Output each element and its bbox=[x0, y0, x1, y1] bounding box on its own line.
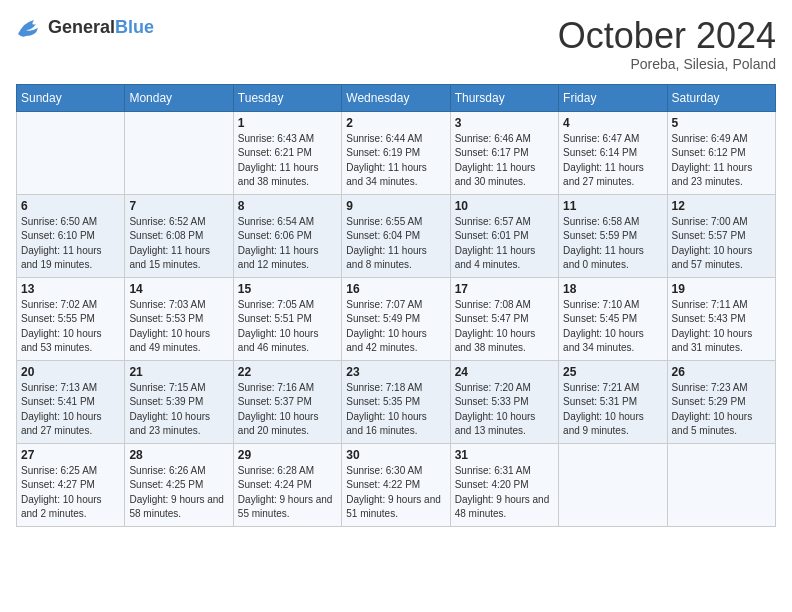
day-info: Sunrise: 7:15 AM Sunset: 5:39 PM Dayligh… bbox=[129, 381, 228, 439]
day-info: Sunrise: 7:02 AM Sunset: 5:55 PM Dayligh… bbox=[21, 298, 120, 356]
day-number: 2 bbox=[346, 116, 445, 130]
calendar-cell bbox=[667, 443, 775, 526]
day-number: 20 bbox=[21, 365, 120, 379]
day-info: Sunrise: 7:23 AM Sunset: 5:29 PM Dayligh… bbox=[672, 381, 771, 439]
day-info: Sunrise: 7:10 AM Sunset: 5:45 PM Dayligh… bbox=[563, 298, 662, 356]
day-number: 9 bbox=[346, 199, 445, 213]
calendar-cell: 15Sunrise: 7:05 AM Sunset: 5:51 PM Dayli… bbox=[233, 277, 341, 360]
calendar-week-row: 20Sunrise: 7:13 AM Sunset: 5:41 PM Dayli… bbox=[17, 360, 776, 443]
day-info: Sunrise: 6:43 AM Sunset: 6:21 PM Dayligh… bbox=[238, 132, 337, 190]
day-info: Sunrise: 6:26 AM Sunset: 4:25 PM Dayligh… bbox=[129, 464, 228, 522]
day-number: 13 bbox=[21, 282, 120, 296]
day-info: Sunrise: 7:13 AM Sunset: 5:41 PM Dayligh… bbox=[21, 381, 120, 439]
calendar-header: SundayMondayTuesdayWednesdayThursdayFrid… bbox=[17, 84, 776, 111]
day-number: 18 bbox=[563, 282, 662, 296]
calendar-cell: 10Sunrise: 6:57 AM Sunset: 6:01 PM Dayli… bbox=[450, 194, 558, 277]
day-of-week-header: Thursday bbox=[450, 84, 558, 111]
calendar-cell: 22Sunrise: 7:16 AM Sunset: 5:37 PM Dayli… bbox=[233, 360, 341, 443]
calendar-cell: 16Sunrise: 7:07 AM Sunset: 5:49 PM Dayli… bbox=[342, 277, 450, 360]
calendar-cell: 25Sunrise: 7:21 AM Sunset: 5:31 PM Dayli… bbox=[559, 360, 667, 443]
day-number: 23 bbox=[346, 365, 445, 379]
day-of-week-header: Tuesday bbox=[233, 84, 341, 111]
logo-text-general: General bbox=[48, 17, 115, 37]
days-of-week-row: SundayMondayTuesdayWednesdayThursdayFrid… bbox=[17, 84, 776, 111]
day-info: Sunrise: 6:25 AM Sunset: 4:27 PM Dayligh… bbox=[21, 464, 120, 522]
calendar-cell: 9Sunrise: 6:55 AM Sunset: 6:04 PM Daylig… bbox=[342, 194, 450, 277]
day-info: Sunrise: 6:55 AM Sunset: 6:04 PM Dayligh… bbox=[346, 215, 445, 273]
day-info: Sunrise: 6:28 AM Sunset: 4:24 PM Dayligh… bbox=[238, 464, 337, 522]
calendar-body: 1Sunrise: 6:43 AM Sunset: 6:21 PM Daylig… bbox=[17, 111, 776, 526]
calendar-week-row: 6Sunrise: 6:50 AM Sunset: 6:10 PM Daylig… bbox=[17, 194, 776, 277]
calendar-cell: 28Sunrise: 6:26 AM Sunset: 4:25 PM Dayli… bbox=[125, 443, 233, 526]
day-number: 19 bbox=[672, 282, 771, 296]
day-info: Sunrise: 6:47 AM Sunset: 6:14 PM Dayligh… bbox=[563, 132, 662, 190]
day-info: Sunrise: 7:16 AM Sunset: 5:37 PM Dayligh… bbox=[238, 381, 337, 439]
day-number: 15 bbox=[238, 282, 337, 296]
day-info: Sunrise: 7:03 AM Sunset: 5:53 PM Dayligh… bbox=[129, 298, 228, 356]
day-info: Sunrise: 6:54 AM Sunset: 6:06 PM Dayligh… bbox=[238, 215, 337, 273]
calendar-cell bbox=[17, 111, 125, 194]
day-number: 21 bbox=[129, 365, 228, 379]
day-number: 29 bbox=[238, 448, 337, 462]
day-info: Sunrise: 7:11 AM Sunset: 5:43 PM Dayligh… bbox=[672, 298, 771, 356]
day-number: 4 bbox=[563, 116, 662, 130]
day-info: Sunrise: 6:46 AM Sunset: 6:17 PM Dayligh… bbox=[455, 132, 554, 190]
calendar-cell: 30Sunrise: 6:30 AM Sunset: 4:22 PM Dayli… bbox=[342, 443, 450, 526]
calendar-cell: 7Sunrise: 6:52 AM Sunset: 6:08 PM Daylig… bbox=[125, 194, 233, 277]
calendar-cell: 20Sunrise: 7:13 AM Sunset: 5:41 PM Dayli… bbox=[17, 360, 125, 443]
day-info: Sunrise: 6:50 AM Sunset: 6:10 PM Dayligh… bbox=[21, 215, 120, 273]
calendar-cell: 5Sunrise: 6:49 AM Sunset: 6:12 PM Daylig… bbox=[667, 111, 775, 194]
calendar-cell: 31Sunrise: 6:31 AM Sunset: 4:20 PM Dayli… bbox=[450, 443, 558, 526]
day-number: 7 bbox=[129, 199, 228, 213]
day-info: Sunrise: 7:21 AM Sunset: 5:31 PM Dayligh… bbox=[563, 381, 662, 439]
calendar-cell: 4Sunrise: 6:47 AM Sunset: 6:14 PM Daylig… bbox=[559, 111, 667, 194]
location: Poreba, Silesia, Poland bbox=[558, 56, 776, 72]
day-number: 5 bbox=[672, 116, 771, 130]
page-header: GeneralBlue October 2024 Poreba, Silesia… bbox=[16, 16, 776, 72]
calendar-week-row: 1Sunrise: 6:43 AM Sunset: 6:21 PM Daylig… bbox=[17, 111, 776, 194]
day-number: 14 bbox=[129, 282, 228, 296]
calendar-cell: 2Sunrise: 6:44 AM Sunset: 6:19 PM Daylig… bbox=[342, 111, 450, 194]
calendar-cell: 27Sunrise: 6:25 AM Sunset: 4:27 PM Dayli… bbox=[17, 443, 125, 526]
calendar-cell bbox=[125, 111, 233, 194]
calendar-cell: 21Sunrise: 7:15 AM Sunset: 5:39 PM Dayli… bbox=[125, 360, 233, 443]
day-number: 25 bbox=[563, 365, 662, 379]
day-number: 24 bbox=[455, 365, 554, 379]
day-number: 3 bbox=[455, 116, 554, 130]
month-title: October 2024 bbox=[558, 16, 776, 56]
day-number: 11 bbox=[563, 199, 662, 213]
day-info: Sunrise: 6:49 AM Sunset: 6:12 PM Dayligh… bbox=[672, 132, 771, 190]
day-info: Sunrise: 7:08 AM Sunset: 5:47 PM Dayligh… bbox=[455, 298, 554, 356]
day-of-week-header: Friday bbox=[559, 84, 667, 111]
day-of-week-header: Sunday bbox=[17, 84, 125, 111]
day-info: Sunrise: 7:05 AM Sunset: 5:51 PM Dayligh… bbox=[238, 298, 337, 356]
day-number: 1 bbox=[238, 116, 337, 130]
day-of-week-header: Monday bbox=[125, 84, 233, 111]
calendar-cell: 29Sunrise: 6:28 AM Sunset: 4:24 PM Dayli… bbox=[233, 443, 341, 526]
logo-text-blue: Blue bbox=[115, 17, 154, 37]
calendar-cell: 6Sunrise: 6:50 AM Sunset: 6:10 PM Daylig… bbox=[17, 194, 125, 277]
calendar-cell: 19Sunrise: 7:11 AM Sunset: 5:43 PM Dayli… bbox=[667, 277, 775, 360]
calendar-cell: 3Sunrise: 6:46 AM Sunset: 6:17 PM Daylig… bbox=[450, 111, 558, 194]
calendar-cell: 23Sunrise: 7:18 AM Sunset: 5:35 PM Dayli… bbox=[342, 360, 450, 443]
calendar-cell: 8Sunrise: 6:54 AM Sunset: 6:06 PM Daylig… bbox=[233, 194, 341, 277]
day-info: Sunrise: 6:57 AM Sunset: 6:01 PM Dayligh… bbox=[455, 215, 554, 273]
day-number: 27 bbox=[21, 448, 120, 462]
day-number: 31 bbox=[455, 448, 554, 462]
logo-bird-icon bbox=[16, 16, 44, 38]
calendar-week-row: 13Sunrise: 7:02 AM Sunset: 5:55 PM Dayli… bbox=[17, 277, 776, 360]
day-info: Sunrise: 6:31 AM Sunset: 4:20 PM Dayligh… bbox=[455, 464, 554, 522]
day-info: Sunrise: 6:52 AM Sunset: 6:08 PM Dayligh… bbox=[129, 215, 228, 273]
day-of-week-header: Saturday bbox=[667, 84, 775, 111]
calendar-cell: 11Sunrise: 6:58 AM Sunset: 5:59 PM Dayli… bbox=[559, 194, 667, 277]
day-number: 30 bbox=[346, 448, 445, 462]
day-number: 22 bbox=[238, 365, 337, 379]
day-number: 8 bbox=[238, 199, 337, 213]
day-number: 12 bbox=[672, 199, 771, 213]
calendar-cell: 1Sunrise: 6:43 AM Sunset: 6:21 PM Daylig… bbox=[233, 111, 341, 194]
calendar-cell: 18Sunrise: 7:10 AM Sunset: 5:45 PM Dayli… bbox=[559, 277, 667, 360]
title-block: October 2024 Poreba, Silesia, Poland bbox=[558, 16, 776, 72]
calendar-table: SundayMondayTuesdayWednesdayThursdayFrid… bbox=[16, 84, 776, 527]
day-info: Sunrise: 6:44 AM Sunset: 6:19 PM Dayligh… bbox=[346, 132, 445, 190]
calendar-cell: 24Sunrise: 7:20 AM Sunset: 5:33 PM Dayli… bbox=[450, 360, 558, 443]
